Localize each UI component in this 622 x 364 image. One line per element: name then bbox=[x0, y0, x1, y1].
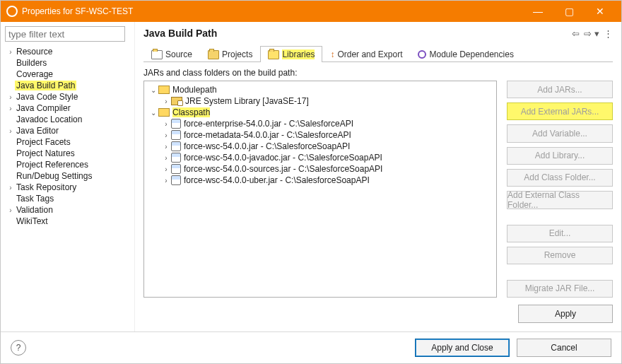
nav-item[interactable]: Javadoc Location bbox=[5, 114, 130, 125]
filter-input[interactable] bbox=[5, 26, 125, 42]
menu-icon[interactable]: ⋮ bbox=[604, 28, 613, 39]
add-variable-button[interactable]: Add Variable... bbox=[507, 124, 613, 142]
nav-item[interactable]: Project Natures bbox=[5, 148, 130, 159]
add-library-button[interactable]: Add Library... bbox=[507, 147, 613, 165]
jar-icon bbox=[171, 153, 181, 163]
migrate-jar-button[interactable]: Migrate JAR File... bbox=[507, 280, 613, 298]
module-deps-icon bbox=[418, 50, 426, 59]
nav-item[interactable]: Run/Debug Settings bbox=[5, 170, 130, 182]
nav-item[interactable]: WikiText bbox=[5, 216, 130, 227]
tab-order-export[interactable]: ↕Order and Export bbox=[322, 46, 410, 62]
nav-panel: ›ResourceBuildersCoverageJava Build Path… bbox=[1, 22, 135, 331]
add-class-folder-button[interactable]: Add Class Folder... bbox=[507, 169, 613, 187]
tree-node-jar[interactable]: ›force-metadata-54.0.0.jar - C:\Salesfor… bbox=[148, 129, 492, 141]
nav-item[interactable]: Coverage bbox=[5, 69, 130, 80]
tree-node-jar[interactable]: ›force-wsc-54.0.0-uber.jar - C:\Salesfor… bbox=[148, 175, 492, 186]
nav-item[interactable]: ›Java Compiler bbox=[5, 102, 130, 114]
tab-libraries[interactable]: Libraries bbox=[260, 46, 322, 62]
jar-icon bbox=[171, 141, 181, 151]
tree-node-modulepath[interactable]: ⌄ Modulepath bbox=[148, 84, 492, 95]
window-title: Properties for SF-WSC-TEST bbox=[22, 6, 522, 16]
tree-node-jar[interactable]: ›force-wsc-54.0.0-javadoc.jar - C:\Sales… bbox=[148, 152, 492, 163]
maximize-button[interactable]: ▢ bbox=[553, 1, 585, 22]
classpath-icon bbox=[158, 108, 170, 117]
nav-list: ›ResourceBuildersCoverageJava Build Path… bbox=[5, 46, 130, 327]
tab-projects[interactable]: Projects bbox=[200, 46, 260, 62]
tree-node-jar[interactable]: ›force-enterprise-54.0.0.jar - C:\Salesf… bbox=[148, 118, 492, 129]
tree-node-jar[interactable]: ›force-wsc-54.0.0.jar - C:\SalesforceSoa… bbox=[148, 141, 492, 152]
nav-item[interactable]: Builders bbox=[5, 57, 130, 69]
add-external-class-folder-button[interactable]: Add External Class Folder... bbox=[507, 191, 613, 209]
eclipse-icon bbox=[6, 6, 18, 17]
nav-item[interactable]: ›Java Code Style bbox=[5, 91, 130, 102]
nav-item[interactable]: Task Tags bbox=[5, 193, 130, 204]
nav-item[interactable]: ›Java Editor bbox=[5, 125, 130, 136]
tab-bar: Source Projects Libraries ↕Order and Exp… bbox=[143, 43, 613, 62]
jar-icon bbox=[171, 164, 181, 174]
add-jars-button[interactable]: Add JARs... bbox=[507, 81, 613, 98]
tab-module-deps[interactable]: Module Dependencies bbox=[410, 46, 521, 62]
list-label: JARs and class folders on the build path… bbox=[143, 68, 613, 78]
apply-and-close-button[interactable]: Apply and Close bbox=[415, 339, 510, 357]
page-title: Java Build Path bbox=[143, 28, 572, 39]
forward-icon[interactable]: ⇨ ▾ bbox=[584, 28, 599, 39]
libraries-icon bbox=[268, 50, 279, 59]
tree-node-classpath[interactable]: ⌄ Classpath bbox=[148, 107, 492, 118]
back-icon[interactable]: ⇦ bbox=[572, 28, 580, 39]
jar-icon bbox=[171, 175, 181, 185]
add-external-jars-button[interactable]: Add External JARs... bbox=[507, 102, 613, 120]
minimize-button[interactable]: ― bbox=[522, 1, 553, 22]
edit-button[interactable]: Edit... bbox=[507, 225, 613, 242]
nav-item[interactable]: ›Resource bbox=[5, 46, 130, 57]
tree-node-jre[interactable]: › JRE System Library [JavaSE-17] bbox=[148, 95, 492, 107]
nav-item[interactable]: ›Task Repository bbox=[5, 182, 130, 193]
tab-source[interactable]: Source bbox=[143, 46, 200, 62]
modulepath-icon bbox=[158, 86, 170, 94]
order-icon: ↕ bbox=[330, 49, 334, 59]
cancel-button[interactable]: Cancel bbox=[517, 339, 611, 357]
help-icon[interactable]: ? bbox=[11, 340, 26, 356]
close-button[interactable]: ✕ bbox=[585, 1, 616, 22]
source-icon bbox=[151, 50, 163, 59]
jar-icon bbox=[171, 130, 181, 140]
header-toolbar: ⇦ ⇨ ▾ ⋮ bbox=[572, 28, 613, 39]
jar-icon bbox=[171, 119, 181, 129]
tree-node-jar[interactable]: ›force-wsc-54.0.0-sources.jar - C:\Sales… bbox=[148, 163, 492, 175]
remove-button[interactable]: Remove bbox=[507, 247, 613, 264]
jre-library-icon bbox=[171, 97, 182, 105]
apply-button[interactable]: Apply bbox=[518, 305, 613, 323]
nav-item[interactable]: ›Validation bbox=[5, 204, 130, 216]
nav-item[interactable]: Project References bbox=[5, 159, 130, 170]
classpath-tree[interactable]: ⌄ Modulepath › JRE System Library [JavaS… bbox=[143, 81, 497, 298]
nav-item[interactable]: Project Facets bbox=[5, 136, 130, 148]
page-panel: Java Build Path ⇦ ⇨ ▾ ⋮ Source Projects … bbox=[135, 22, 621, 331]
titlebar: Properties for SF-WSC-TEST ― ▢ ✕ bbox=[1, 1, 621, 22]
nav-item[interactable]: Java Build Path bbox=[5, 80, 130, 91]
projects-icon bbox=[208, 50, 219, 59]
button-column: Add JARs... Add External JARs... Add Var… bbox=[507, 81, 613, 298]
dialog-footer: ? Apply and Close Cancel bbox=[1, 331, 621, 363]
properties-dialog: Properties for SF-WSC-TEST ― ▢ ✕ ›Resour… bbox=[0, 0, 622, 364]
